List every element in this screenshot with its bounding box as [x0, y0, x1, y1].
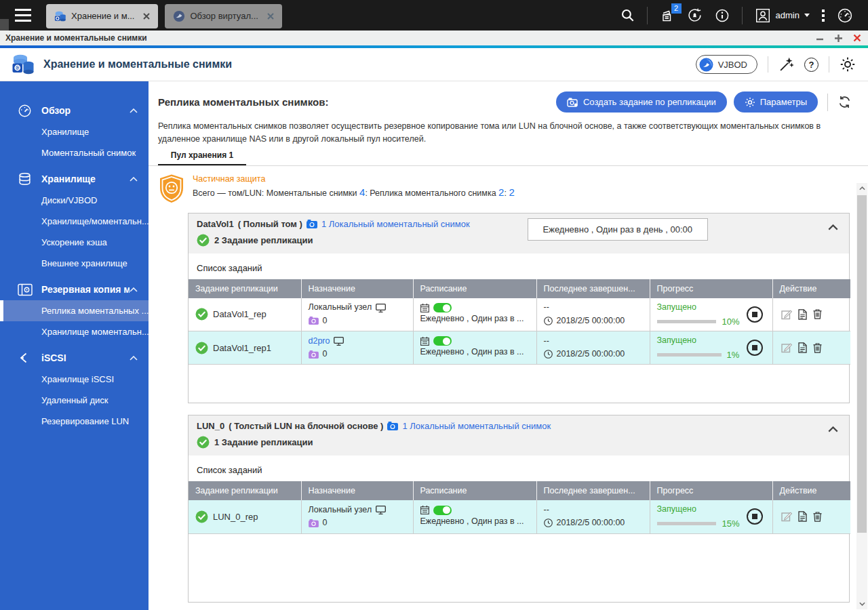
user-menu[interactable]: admin — [755, 7, 810, 24]
job-name: DataVol1_rep — [213, 309, 267, 319]
stop-job-button[interactable] — [747, 306, 763, 323]
sidebar-item-lun-backup[interactable]: Резервирование LUN — [0, 411, 149, 432]
virtualization-app-icon — [173, 10, 185, 22]
scroll-down-icon[interactable] — [856, 598, 867, 609]
sidebar-item-storage-overview[interactable]: Хранилище — [0, 121, 149, 142]
job-name: LUN_0_rep — [213, 512, 258, 522]
username: admin — [776, 10, 800, 20]
help-icon[interactable]: ? — [804, 58, 818, 72]
create-replication-job-button[interactable]: Создать задание по репликации — [556, 92, 727, 113]
schedule-summary-box[interactable]: Ежедневно , Один раз в день , 00:00 — [528, 218, 708, 241]
dashboard-icon[interactable] — [837, 7, 853, 24]
gear-icon[interactable] — [840, 56, 856, 73]
calendar-icon — [420, 506, 429, 514]
group-label: Обзор — [41, 105, 130, 116]
schedule-text: Ежедневно , Один раз в ... — [420, 312, 524, 325]
schedule-toggle-on[interactable] — [433, 336, 452, 346]
gauge-icon — [18, 104, 33, 118]
delete-job-icon[interactable] — [813, 343, 822, 353]
panel-empty-space — [189, 365, 849, 403]
event-logs-icon[interactable]: 2 — [660, 8, 675, 23]
collapse-panel-icon[interactable] — [828, 224, 838, 230]
tab-close-icon[interactable] — [267, 13, 274, 20]
sidebar-item-remote-disk[interactable]: Удаленный диск — [0, 390, 149, 411]
sidebar-group-overview[interactable]: Обзор — [0, 100, 149, 121]
job-list-label: Список заданий — [189, 455, 849, 481]
table-header-row: Задание репликации Назначение Расписание… — [189, 481, 850, 500]
schedule-toggle-on[interactable] — [433, 506, 452, 515]
sidebar-item-snapshot-overview[interactable]: Моментальный снимок — [0, 142, 149, 163]
scrollbar-thumb[interactable] — [857, 195, 867, 533]
schedule-toggle-on[interactable] — [433, 303, 452, 312]
settings-button[interactable]: Параметры — [734, 92, 818, 113]
sidebar-group-storage[interactable]: Хранилище — [0, 168, 149, 190]
col-job: Задание репликации — [189, 481, 301, 500]
vjbod-icon — [699, 58, 713, 72]
scroll-up-icon[interactable] — [856, 183, 867, 194]
table-row[interactable]: DataVol1_rep Локальный узел 0 — [189, 298, 850, 331]
edit-job-icon[interactable] — [781, 511, 792, 522]
item-label: Хранилище iSCSI — [41, 374, 114, 384]
item-label: Хранилище — [41, 127, 89, 137]
check-circle-icon — [197, 436, 210, 449]
divider — [768, 56, 768, 73]
sidebar-item-storage-snapshots[interactable]: Хранилище/моментальн... — [0, 211, 149, 232]
sidebar-group-snapshot-backup[interactable]: Резервная копия мо... — [0, 279, 149, 300]
divider — [742, 7, 743, 24]
local-snapshot-link[interactable]: 1 Локальный моментальный снимок — [402, 421, 551, 431]
sidebar-item-external-storage[interactable]: Внешнее хранилище — [0, 253, 149, 274]
body: Обзор Хранилище Моментальный снимок Хран… — [0, 81, 868, 610]
protection-totals: Всего — том/LUN: Моментальные снимки 4: … — [193, 186, 515, 198]
collapse-panel-icon[interactable] — [828, 426, 838, 432]
maximize-icon[interactable] — [834, 34, 843, 43]
stop-job-button[interactable] — [747, 340, 763, 356]
volume-panels: DataVol1 ( Полный том ) 1 Локальный моме… — [188, 213, 850, 610]
sidebar-item-cache-acceleration[interactable]: Ускорение кэша — [0, 232, 149, 253]
destination-name-link[interactable]: d2pro — [309, 335, 330, 348]
table-row[interactable]: LUN_0_rep Локальный узел 0 — [189, 500, 850, 533]
job-log-icon[interactable] — [798, 309, 807, 320]
job-log-icon[interactable] — [798, 342, 807, 353]
vjbod-button[interactable]: VJBOD — [696, 55, 757, 74]
panel-header: LUN_0 ( Толстый LUN на блочной основе ) … — [189, 415, 849, 455]
info-icon[interactable] — [715, 8, 730, 23]
stop-job-button[interactable] — [747, 508, 763, 525]
more-options-icon[interactable] — [822, 9, 825, 22]
wizard-wand-icon[interactable] — [778, 57, 794, 73]
delete-job-icon[interactable] — [813, 309, 822, 319]
local-snapshot-link[interactable]: 1 Локальный моментальный снимок — [321, 219, 470, 229]
search-icon[interactable] — [620, 8, 635, 22]
progress-bar — [657, 320, 717, 323]
edit-job-icon[interactable] — [781, 309, 792, 320]
background-tasks-icon[interactable] — [687, 7, 703, 23]
tab-storage-snapshots[interactable]: Хранение и м... — [46, 4, 158, 28]
chevron-up-icon — [130, 108, 138, 113]
close-icon[interactable] — [853, 34, 861, 42]
edit-job-icon[interactable] — [781, 342, 792, 353]
table-row[interactable]: DataVol1_rep1 d2pro 0 — [189, 331, 850, 365]
refresh-icon[interactable] — [837, 95, 852, 109]
sidebar-item-disks-vjbod[interactable]: Диски/VJBOD — [0, 190, 149, 211]
last-result: -- — [544, 301, 549, 314]
tab-close-icon[interactable] — [143, 13, 150, 20]
job-log-icon[interactable] — [798, 511, 807, 522]
last-time: 2018/2/5 00:00:00 — [557, 516, 625, 529]
desktop-topbar: Хранение и м... Обзор виртуал... 2 — [0, 0, 868, 30]
vertical-scrollbar[interactable] — [856, 183, 867, 609]
chevron-up-icon — [130, 177, 138, 182]
check-circle-icon — [195, 510, 208, 523]
storage-snapshots-app-icon: IO — [11, 52, 35, 77]
panel-lun0: LUN_0 ( Толстый LUN на блочной основе ) … — [188, 415, 850, 603]
sidebar-item-snapshot-replica[interactable]: Реплика моментальных ... — [0, 300, 149, 321]
progress-bar — [657, 522, 717, 525]
check-circle-icon — [195, 308, 208, 321]
sidebar-group-iscsi[interactable]: iSCSI — [0, 347, 149, 369]
sidebar-item-snapshot-vault[interactable]: Хранилище моментальн... — [0, 321, 149, 342]
item-label: Хранилище/моментальн... — [41, 216, 149, 226]
sidebar-item-iscsi-storage[interactable]: Хранилище iSCSI — [0, 369, 149, 390]
minimize-icon[interactable] — [816, 34, 824, 42]
delete-job-icon[interactable] — [813, 512, 822, 522]
app-title: Хранение и моментальные снимки — [43, 58, 232, 70]
tab-storage-pool-1[interactable]: Пул хранения 1 — [158, 150, 246, 166]
tab-virtualization-overview[interactable]: Обзор виртуал... — [165, 4, 281, 28]
